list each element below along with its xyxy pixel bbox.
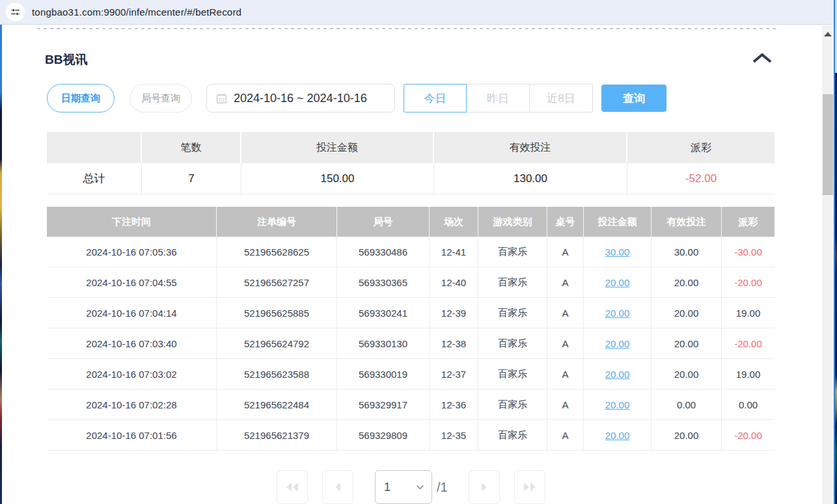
bet-records-table: 下注时间 注单编号 局号 场次 游戏类别 桌号 投注金额 有效投注 派彩 202… — [47, 207, 775, 451]
cell-table-no: A — [547, 359, 584, 389]
last-page-button[interactable] — [514, 470, 545, 504]
table-row: 2024-10-16 07:04:14 521965625885 5693302… — [47, 298, 775, 328]
page-title: BB视讯 — [45, 51, 87, 68]
cell-game-type: 百家乐 — [478, 359, 547, 389]
cell-bet-time: 2024-10-16 07:05:36 — [47, 237, 217, 267]
cell-bet-time: 2024-10-16 07:04:14 — [47, 298, 217, 328]
cell-valid-bet: 20.00 — [652, 359, 722, 389]
cell-bet-id: 521965622484 — [217, 390, 337, 419]
collapse-section-button[interactable] — [750, 51, 774, 64]
cell-bet-id: 521965621379 — [217, 420, 337, 450]
cell-round: 569329917 — [337, 390, 430, 419]
quick-range-today[interactable]: 今日 — [404, 84, 467, 113]
prev-page-button[interactable] — [322, 470, 353, 504]
cell-game-type: 百家乐 — [478, 420, 547, 450]
cell-valid-bet: 0.00 — [652, 390, 722, 419]
cell-valid-bet: 20.00 — [652, 420, 722, 450]
search-button[interactable]: 查询 — [601, 85, 666, 112]
table-row: 2024-10-16 07:03:02 521965623588 5693300… — [47, 359, 775, 390]
header-session: 场次 — [430, 207, 478, 237]
table-row: 2024-10-16 07:05:36 521965628625 5693304… — [47, 237, 775, 267]
cell-bet-time: 2024-10-16 07:01:56 — [47, 420, 217, 450]
url-text[interactable]: tongbao31.com:9900/infe/mcenter/#/betRec… — [32, 7, 241, 18]
cell-game-type: 百家乐 — [478, 267, 547, 297]
cell-bet-time: 2024-10-16 07:03:40 — [47, 328, 217, 358]
scrollbar-up-arrow[interactable] — [822, 29, 834, 38]
bet-amount-link[interactable]: 30.00 — [605, 246, 630, 258]
cell-session: 12-39 — [430, 298, 478, 328]
bet-amount-link[interactable]: 20.00 — [605, 430, 630, 441]
header-round: 局号 — [337, 207, 430, 237]
cell-game-type: 百家乐 — [478, 298, 547, 328]
vertical-scrollbar[interactable] — [822, 25, 834, 504]
header-bet-id: 注单编号 — [217, 207, 337, 237]
page-content: BB视讯 日期查询 局号查询 2024-10-16 ~ 2024- — [2, 25, 822, 504]
table-row: 2024-10-16 07:01:56 521965621379 5693298… — [47, 420, 775, 451]
round-query-button[interactable]: 局号查询 — [130, 84, 192, 113]
quick-range-last8[interactable]: 近8日 — [530, 84, 593, 113]
cell-bet-time: 2024-10-16 07:02:28 — [47, 390, 217, 419]
cell-bet-id: 521965625885 — [217, 298, 337, 328]
cell-bet-id: 521965628625 — [217, 237, 337, 267]
date-range-value: 2024-10-16 ~ 2024-10-16 — [234, 92, 367, 105]
cell-payout: 19.00 — [722, 359, 775, 389]
cell-table-no: A — [547, 390, 584, 419]
cell-table-no: A — [547, 237, 584, 267]
header-valid-bet: 有效投注 — [652, 207, 722, 237]
page-number-select[interactable]: 1 — [375, 470, 432, 504]
cell-payout: -20.00 — [722, 328, 775, 358]
cell-round: 569330241 — [337, 298, 430, 328]
cell-payout: -20.00 — [722, 420, 775, 450]
cell-round: 569330365 — [337, 267, 430, 297]
site-settings-button[interactable] — [6, 3, 25, 21]
cell-payout: -30.00 — [722, 237, 775, 267]
table-row: 2024-10-16 07:02:28 521965622484 5693299… — [47, 390, 775, 420]
summary-payout-value: -52.00 — [627, 163, 775, 194]
cell-valid-bet: 30.00 — [652, 237, 722, 267]
bet-amount-link[interactable]: 20.00 — [605, 369, 630, 380]
cell-payout: -20.00 — [722, 267, 775, 297]
cell-bet-id: 521965627257 — [217, 267, 337, 297]
summary-count-value: 7 — [142, 163, 241, 194]
first-page-button[interactable] — [277, 470, 308, 504]
cell-session: 12-41 — [430, 237, 478, 267]
quick-range-yesterday[interactable]: 昨日 — [467, 84, 530, 113]
cell-payout: 0.00 — [722, 390, 775, 419]
summary-header-payout: 派彩 — [627, 132, 775, 163]
cell-game-type: 百家乐 — [478, 390, 547, 419]
bet-amount-link[interactable]: 20.00 — [605, 399, 630, 410]
cell-round: 569330019 — [337, 359, 430, 389]
bet-amount-link[interactable]: 20.00 — [605, 308, 630, 319]
cell-round: 569329809 — [337, 420, 430, 450]
bet-amount-link[interactable]: 20.00 — [605, 277, 630, 288]
chevron-right-icon — [478, 481, 490, 493]
next-page-button[interactable] — [469, 470, 500, 504]
cell-bet-time: 2024-10-16 07:04:55 — [47, 267, 217, 297]
cell-table-no: A — [547, 267, 584, 297]
cell-payout: 19.00 — [722, 298, 775, 328]
header-payout: 派彩 — [722, 207, 775, 237]
summary-header-valid-bet: 有效投注 — [434, 132, 627, 163]
date-query-button[interactable]: 日期查询 — [47, 84, 115, 113]
date-range-picker[interactable]: 2024-10-16 ~ 2024-10-16 — [206, 84, 395, 113]
calendar-icon — [216, 93, 227, 104]
page-total-label: /1 — [437, 470, 448, 504]
header-bet-time: 下注时间 — [47, 207, 217, 237]
bet-amount-link[interactable]: 20.00 — [605, 338, 630, 349]
summary-header-row: 笔数 投注金额 有效投注 派彩 — [47, 132, 775, 163]
table-row: 2024-10-16 07:04:55 521965627257 5693303… — [47, 267, 775, 298]
cell-game-type: 百家乐 — [478, 328, 547, 358]
browser-address-bar[interactable]: tongbao31.com:9900/infe/mcenter/#/betRec… — [0, 0, 834, 25]
cell-bet-time: 2024-10-16 07:03:02 — [47, 359, 217, 389]
cell-session: 12-36 — [430, 390, 478, 419]
cell-round: 569330130 — [337, 328, 430, 358]
tune-icon — [10, 7, 21, 18]
summary-header-count: 笔数 — [142, 132, 241, 163]
header-table-no: 桌号 — [547, 207, 584, 237]
summary-valid-bet-value: 130.00 — [434, 163, 627, 194]
summary-bet-amount-value: 150.00 — [241, 163, 434, 194]
cell-session: 12-40 — [430, 267, 478, 297]
cell-table-no: A — [547, 298, 584, 328]
cell-bet-id: 521965623588 — [217, 359, 337, 389]
scrollbar-thumb[interactable] — [823, 94, 833, 195]
